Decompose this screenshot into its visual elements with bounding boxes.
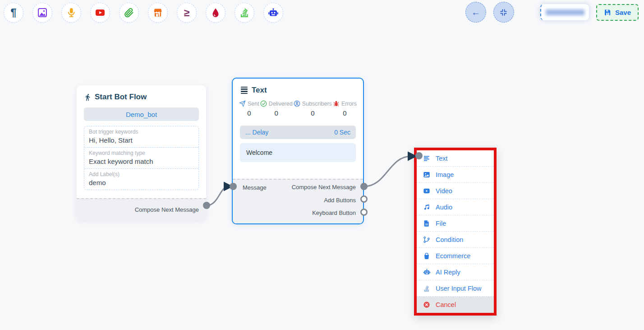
menu-item-cancel[interactable]: Cancel bbox=[417, 297, 494, 313]
delay-row[interactable]: ... Delay 0 Sec bbox=[240, 125, 356, 139]
toolbar-button-user-input[interactable] bbox=[235, 3, 254, 23]
menu-item-ecommerce[interactable]: Ecommerce bbox=[417, 248, 494, 264]
text-keyboard-button-handle[interactable] bbox=[360, 209, 368, 216]
youtube-icon bbox=[95, 7, 106, 18]
toolbar-button-video[interactable] bbox=[90, 3, 110, 23]
toolbar-button-audio[interactable] bbox=[61, 3, 81, 23]
menu-item-image[interactable]: Image bbox=[417, 167, 494, 183]
microphone-icon bbox=[66, 7, 77, 18]
stat-delivered: Delivered 0 bbox=[260, 100, 293, 117]
user-input-icon bbox=[423, 285, 431, 292]
start-node-fields: Bot trigger keywords Hi, Hello, Start Ke… bbox=[84, 126, 199, 190]
toolbar-button-ecommerce[interactable] bbox=[148, 3, 168, 23]
toolbar: ¶ ≥ bbox=[4, 3, 283, 23]
output-compose-next-message: Compose Next Message bbox=[292, 182, 356, 192]
audio-note-icon bbox=[423, 204, 431, 211]
stat-subscribers: Subscribers 0 bbox=[294, 100, 332, 117]
stat-value: 0 bbox=[333, 109, 357, 117]
cancel-circle-icon bbox=[423, 301, 431, 308]
toolbar-button-condition[interactable]: ≥ bbox=[177, 3, 197, 23]
field-label: Bot trigger keywords bbox=[89, 129, 194, 135]
field-label: Keyword matching type bbox=[89, 150, 194, 156]
walking-person-icon bbox=[84, 93, 92, 101]
field-label: Add Label(s) bbox=[89, 171, 194, 177]
paper-plane-icon bbox=[239, 100, 246, 107]
stat-label: Subscribers bbox=[302, 101, 332, 107]
start-output-label: Compose Next Message bbox=[135, 206, 199, 213]
text-message-input-handle[interactable] bbox=[230, 183, 237, 190]
redacted-label bbox=[546, 9, 584, 15]
field-value: Exact keyword match bbox=[89, 158, 194, 165]
start-node-title: Start Bot Flow bbox=[95, 93, 147, 102]
stat-errors: Errors 0 bbox=[333, 100, 357, 117]
greater-equal-icon: ≥ bbox=[184, 8, 190, 18]
toolbar-button-drip[interactable] bbox=[206, 3, 225, 23]
stat-value: 0 bbox=[239, 109, 259, 117]
fit-view-button[interactable] bbox=[493, 2, 514, 23]
compress-icon bbox=[500, 9, 507, 16]
text-node[interactable]: Text Sent 0 Delivered 0 bbox=[232, 78, 364, 224]
menu-item-label: Text bbox=[436, 155, 448, 162]
drag-handle-icon[interactable] bbox=[241, 87, 248, 94]
toolbar-button-file[interactable] bbox=[119, 3, 139, 23]
menu-item-video[interactable]: Video bbox=[417, 183, 494, 199]
menu-item-ai-reply[interactable]: AI Reply bbox=[417, 264, 494, 280]
text-node-footer: Message Compose Next Message Add Buttons… bbox=[233, 179, 363, 223]
field-value: Hi, Hello, Start bbox=[89, 136, 194, 144]
topbar-right: ← Save bbox=[465, 2, 639, 23]
menu-item-label: Ecommerce bbox=[436, 252, 470, 260]
start-bot-flow-node[interactable]: Start Bot Flow Demo_bot Bot trigger keyw… bbox=[77, 85, 206, 220]
menu-item-label: File bbox=[436, 220, 446, 227]
delay-label: ... Delay bbox=[245, 129, 268, 136]
menu-item-user-input-flow[interactable]: User Input Flow bbox=[417, 280, 494, 297]
menu-item-condition[interactable]: Condition bbox=[417, 232, 494, 248]
floppy-disk-icon bbox=[604, 9, 612, 16]
field-keyword-matching-type[interactable]: Keyword matching type Exact keyword matc… bbox=[84, 148, 198, 169]
menu-item-label: Condition bbox=[436, 236, 463, 243]
stat-value: 0 bbox=[260, 109, 293, 117]
file-icon bbox=[423, 220, 431, 227]
back-arrow-icon: ← bbox=[471, 7, 480, 18]
paragraph-icon: ¶ bbox=[10, 7, 16, 18]
save-label: Save bbox=[615, 9, 631, 16]
attachment-icon bbox=[124, 7, 134, 18]
redacted-button[interactable] bbox=[540, 4, 589, 20]
robot-icon bbox=[423, 268, 431, 276]
menu-item-file[interactable]: File bbox=[417, 215, 494, 232]
field-add-labels[interactable]: Add Label(s) demo bbox=[84, 169, 198, 190]
stat-label: Errors bbox=[341, 101, 357, 107]
field-bot-trigger-keywords[interactable]: Bot trigger keywords Hi, Hello, Start bbox=[84, 126, 198, 148]
delay-value: 0 Sec bbox=[334, 129, 350, 136]
text-node-title: Text bbox=[252, 86, 267, 95]
message-text-box[interactable]: Welcome bbox=[240, 143, 356, 162]
text-compose-output-handle[interactable] bbox=[360, 183, 368, 190]
video-icon bbox=[423, 187, 431, 195]
back-button[interactable]: ← bbox=[465, 2, 486, 23]
bug-icon bbox=[333, 100, 340, 107]
menu-item-label: User Input Flow bbox=[436, 285, 482, 292]
add-node-menu: Text Image Video Audio bbox=[414, 148, 497, 316]
text-node-outputs: Compose Next Message Add Buttons Keyboar… bbox=[292, 182, 356, 218]
start-output-handle[interactable] bbox=[203, 202, 210, 209]
text-node-stats: Sent 0 Delivered 0 Subscribers bbox=[233, 95, 363, 121]
store-icon bbox=[152, 7, 163, 18]
stat-label: Delivered bbox=[269, 101, 293, 107]
stat-label: Sent bbox=[248, 101, 259, 107]
text-add-buttons-handle[interactable] bbox=[360, 195, 368, 203]
menu-target-handle[interactable] bbox=[415, 152, 423, 159]
toolbar-button-ai[interactable] bbox=[263, 3, 283, 23]
save-button[interactable]: Save bbox=[596, 4, 639, 21]
user-input-icon bbox=[239, 7, 250, 18]
start-node-header: Start Bot Flow bbox=[77, 85, 206, 102]
toolbar-button-text[interactable]: ¶ bbox=[4, 3, 23, 23]
image-icon bbox=[37, 7, 48, 18]
menu-item-label: AI Reply bbox=[436, 269, 460, 276]
field-value: demo bbox=[89, 179, 194, 186]
message-input-label: Message bbox=[243, 184, 267, 191]
menu-item-text[interactable]: Text bbox=[417, 150, 494, 167]
menu-item-audio[interactable]: Audio bbox=[417, 199, 494, 215]
toolbar-button-image[interactable] bbox=[32, 3, 52, 23]
bot-name-button[interactable]: Demo_bot bbox=[84, 107, 199, 121]
output-keyboard-button: Keyboard Button bbox=[292, 208, 356, 218]
stat-sent: Sent 0 bbox=[239, 100, 259, 117]
